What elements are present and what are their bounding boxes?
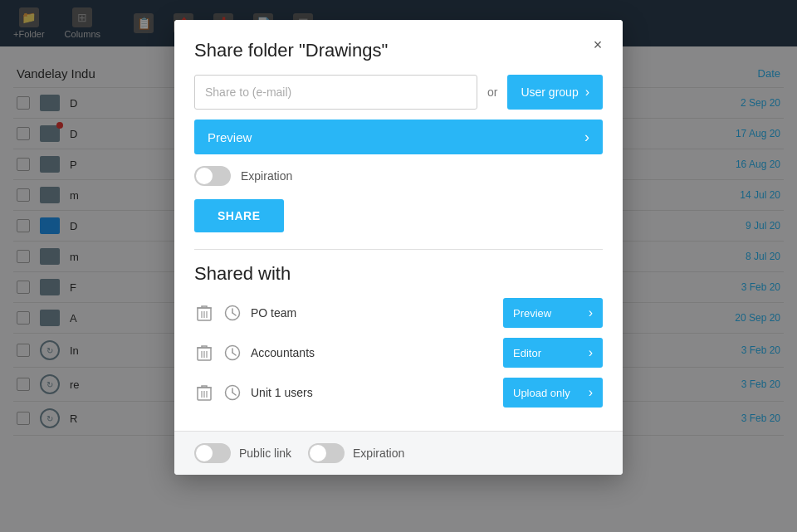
modal-title: Share folder "Drawings" <box>194 40 603 61</box>
trash-icon[interactable] <box>194 301 214 325</box>
modal-footer: Public link Expiration <box>174 431 623 475</box>
share-modal: Share folder "Drawings" × or User group … <box>174 20 623 475</box>
modal-header: Share folder "Drawings" × <box>174 20 623 75</box>
shared-item-name: Accountants <box>251 346 495 359</box>
user-group-button[interactable]: User group › <box>507 75 603 110</box>
po-team-permission-label: Preview <box>513 307 551 320</box>
chevron-right-icon: › <box>589 305 593 320</box>
shared-item-name: PO team <box>251 306 495 320</box>
clock-icon[interactable] <box>222 343 242 363</box>
share-email-input[interactable] <box>194 75 477 110</box>
share-button[interactable]: SHARE <box>194 199 284 232</box>
expiration-row: Expiration <box>194 166 603 186</box>
shared-item-name: Unit 1 users <box>251 386 495 399</box>
permission-label: Preview <box>208 130 252 144</box>
footer-expiration-label: Expiration <box>353 447 404 460</box>
accountants-permission-button[interactable]: Editor › <box>503 338 603 368</box>
clock-icon[interactable] <box>222 303 242 323</box>
unit1-permission-button[interactable]: Upload only › <box>503 378 603 408</box>
permission-dropdown[interactable]: Preview › <box>194 120 603 154</box>
footer-expiration-toggle[interactable] <box>308 443 345 463</box>
trash-icon[interactable] <box>194 341 214 364</box>
svg-line-7 <box>232 313 236 315</box>
divider <box>194 249 603 250</box>
share-input-row: or User group › <box>194 75 603 110</box>
shared-with-title: Shared with <box>194 263 603 285</box>
public-link-group: Public link <box>194 443 291 463</box>
chevron-right-icon: › <box>589 345 593 360</box>
shared-item-accountants: Accountants Editor › <box>194 338 603 368</box>
user-group-label: User group <box>521 85 578 99</box>
chevron-right-icon: › <box>585 85 589 100</box>
expiration-label: Expiration <box>241 169 292 183</box>
public-link-label: Public link <box>239 447 291 460</box>
footer-expiration-group: Expiration <box>308 443 404 463</box>
accountants-permission-label: Editor <box>513 347 541 359</box>
public-link-toggle[interactable] <box>194 443 231 463</box>
unit1-permission-label: Upload only <box>513 387 570 399</box>
shared-items-list: PO team Preview › <box>194 298 603 408</box>
shared-item-po-team: PO team Preview › <box>194 298 603 328</box>
clock-icon[interactable] <box>222 383 242 403</box>
po-team-permission-button[interactable]: Preview › <box>503 298 603 328</box>
chevron-right-icon: › <box>584 129 589 146</box>
svg-line-23 <box>232 393 236 395</box>
shared-item-unit1: Unit 1 users Upload only › <box>194 378 603 408</box>
expiration-toggle[interactable] <box>194 166 231 186</box>
chevron-right-icon: › <box>589 385 593 400</box>
svg-line-15 <box>232 353 236 355</box>
trash-icon[interactable] <box>194 381 214 404</box>
close-button[interactable]: × <box>586 33 609 56</box>
or-label: or <box>487 85 497 99</box>
modal-body: or User group › Preview › Expiration SHA… <box>174 75 623 431</box>
